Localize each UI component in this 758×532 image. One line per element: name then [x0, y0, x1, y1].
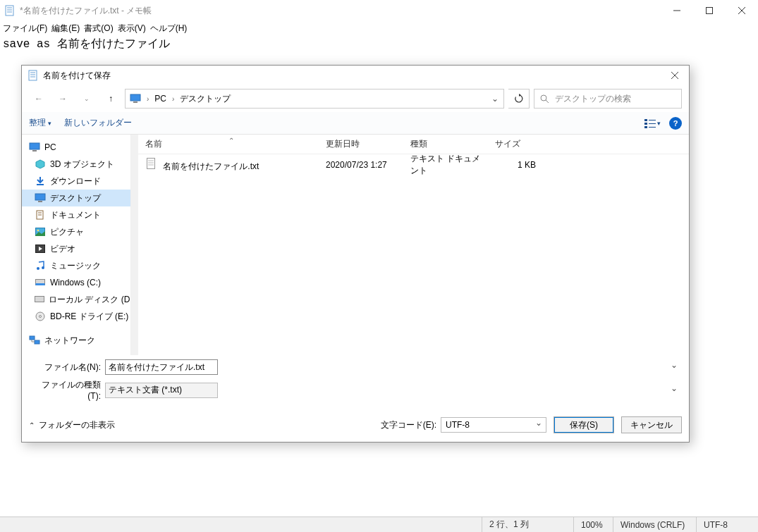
menu-edit[interactable]: 編集(E): [51, 23, 80, 35]
svg-rect-14: [130, 94, 140, 101]
svg-point-33: [37, 230, 39, 232]
tree-item-3d-objects[interactable]: 3D オブジェクト: [22, 156, 130, 173]
help-button[interactable]: ?: [669, 117, 682, 130]
dialog-close-button[interactable]: [661, 66, 689, 85]
menu-format[interactable]: 書式(O): [84, 23, 113, 35]
minimize-button[interactable]: [661, 0, 693, 21]
column-type[interactable]: 種類: [403, 138, 488, 150]
organize-button[interactable]: 整理: [29, 117, 51, 129]
cancel-button-label: キャンセル: [630, 419, 673, 431]
tree-label: Windows (C:): [50, 278, 101, 287]
notepad-menubar: ファイル(F) 編集(E) 書式(O) 表示(V) ヘルプ(H): [0, 21, 758, 35]
svg-point-36: [42, 266, 44, 269]
nav-forward-button[interactable]: →: [53, 89, 73, 109]
tree-item-videos[interactable]: ビデオ: [22, 240, 130, 257]
pc-icon: [29, 142, 40, 152]
file-size: 1 KB: [488, 160, 544, 170]
search-icon: [540, 94, 549, 104]
tree-item-drive-bd[interactable]: BD-RE ドライブ (E:): [22, 308, 130, 325]
svg-rect-18: [644, 119, 647, 121]
column-size[interactable]: サイズ: [488, 138, 544, 150]
svg-rect-19: [644, 123, 647, 125]
tree-label: 3D オブジェクト: [50, 159, 114, 171]
filename-label: ファイル名(N):: [29, 361, 105, 373]
network-icon: [29, 335, 40, 345]
column-date[interactable]: 更新日時: [319, 138, 403, 150]
search-placeholder: デスクトップの検索: [555, 93, 631, 105]
notepad-titlebar: *名前を付けたファイル.txt - メモ帳: [0, 0, 758, 21]
cancel-button[interactable]: キャンセル: [621, 416, 682, 433]
menu-help[interactable]: ヘルプ(H): [150, 23, 188, 35]
status-cursor: 2 行、1 列: [482, 517, 573, 532]
window-controls: [661, 0, 758, 21]
view-toggle-button[interactable]: ▾: [644, 118, 661, 128]
save-button[interactable]: 保存(S): [554, 416, 614, 433]
tree-label: ネットワーク: [44, 335, 95, 347]
svg-rect-43: [35, 340, 39, 344]
desktop-icon: [35, 193, 46, 203]
column-name-label: 名前: [145, 139, 162, 149]
maximize-button[interactable]: [693, 0, 726, 21]
encoding-select[interactable]: [441, 417, 546, 433]
file-row[interactable]: 名前を付けたファイル.txt 2020/07/23 1:27 テキスト ドキュメ…: [138, 154, 689, 175]
filetype-label: ファイルの種類(T):: [29, 379, 105, 401]
svg-point-41: [39, 316, 42, 318]
breadcrumb-pc[interactable]: PC: [154, 94, 166, 104]
tree-label: ダウンロード: [50, 175, 101, 187]
column-headers: 名前 ⌃ 更新日時 種類 サイズ: [138, 135, 689, 154]
svg-point-16: [541, 95, 546, 101]
documents-icon: [35, 210, 46, 220]
drive-icon: [35, 295, 44, 304]
save-button-label: 保存(S): [570, 419, 598, 431]
refresh-button[interactable]: [508, 89, 530, 109]
download-icon: [35, 176, 46, 186]
tree-item-desktop[interactable]: デスクトップ: [22, 190, 130, 206]
tree-item-downloads[interactable]: ダウンロード: [22, 173, 130, 190]
svg-rect-42: [30, 336, 35, 340]
nav-tree: PC 3D オブジェクト ダウンロード デスクトップ ドキュメント ピクチャ: [22, 135, 131, 355]
breadcrumb-dropdown-button[interactable]: ⌄: [487, 94, 503, 104]
menu-view[interactable]: 表示(V): [118, 23, 146, 35]
breadcrumb[interactable]: › PC › デスクトップ ⌄: [125, 89, 504, 109]
hide-folders-toggle[interactable]: ⌃ フォルダーの非表示: [29, 419, 115, 431]
sort-asc-icon: ⌃: [228, 137, 234, 144]
tree-item-documents[interactable]: ドキュメント: [22, 206, 130, 223]
tree-label: ミュージック: [50, 260, 101, 272]
column-name[interactable]: 名前 ⌃: [138, 138, 319, 150]
text-file-icon: [145, 158, 157, 169]
tree-item-drive-c[interactable]: Windows (C:): [22, 274, 130, 291]
tree-item-pictures[interactable]: ピクチャ: [22, 223, 130, 240]
search-input[interactable]: デスクトップの検索: [534, 89, 682, 109]
cube-icon: [35, 159, 46, 169]
splitter[interactable]: [131, 135, 138, 355]
nav-up-button[interactable]: ↑: [101, 89, 121, 109]
svg-rect-24: [30, 143, 39, 149]
tree-item-music[interactable]: ミュージック: [22, 257, 130, 274]
tree-item-pc[interactable]: PC: [22, 139, 130, 156]
tree-item-network[interactable]: ネットワーク: [22, 332, 130, 349]
filetype-select[interactable]: [105, 383, 218, 398]
breadcrumb-desktop[interactable]: デスクトップ: [180, 93, 231, 105]
tree-item-drive-d[interactable]: ローカル ディスク (D:): [22, 291, 130, 308]
chevron-right-icon: ›: [172, 95, 174, 103]
close-button[interactable]: [726, 0, 758, 21]
svg-rect-39: [35, 297, 44, 302]
nav-back-button[interactable]: ←: [29, 89, 49, 109]
dialog-main: PC 3D オブジェクト ダウンロード デスクトップ ドキュメント ピクチャ: [22, 135, 689, 355]
file-date: 2020/07/23 1:27: [319, 160, 403, 170]
chevron-up-icon: ⌃: [29, 421, 35, 429]
svg-rect-8: [29, 70, 37, 80]
menu-file[interactable]: ファイル(F): [3, 23, 47, 35]
tree-label: デスクトップ: [50, 192, 101, 204]
encoding-label: 文字コード(E):: [381, 419, 436, 431]
tree-label: ビデオ: [50, 243, 75, 255]
svg-rect-5: [707, 8, 713, 14]
svg-rect-38: [36, 283, 45, 285]
nav-recent-button[interactable]: ⌄: [77, 89, 97, 109]
status-encoding: UTF-8: [696, 517, 758, 532]
filename-input[interactable]: [105, 359, 218, 375]
status-zoom: 100%: [573, 517, 613, 532]
status-line-ending: Windows (CRLF): [613, 517, 696, 532]
new-folder-button[interactable]: 新しいフォルダー: [64, 117, 132, 129]
tree-label: ドキュメント: [50, 209, 101, 221]
